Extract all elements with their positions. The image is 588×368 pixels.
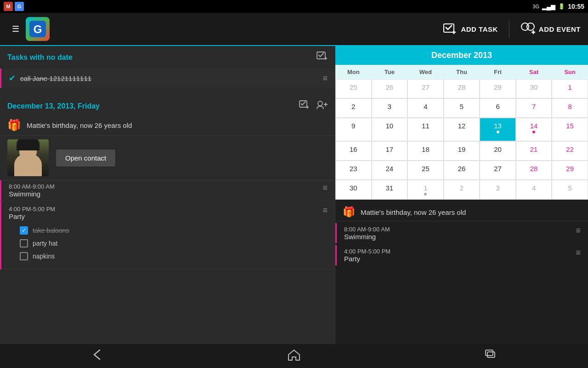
napkins-checkbox[interactable] xyxy=(20,252,28,260)
cal-cell[interactable]: 20 xyxy=(480,141,516,161)
cal-cell[interactable]: 1 xyxy=(552,79,588,98)
cal-cell[interactable]: 22 xyxy=(552,141,588,161)
svg-rect-18 xyxy=(486,350,493,356)
cal-cell[interactable]: 17 xyxy=(372,141,408,161)
cal-cell[interactable]: 25 xyxy=(407,161,444,180)
gmail-icon: M xyxy=(4,2,13,11)
svg-point-6 xyxy=(527,23,534,30)
hat-checkbox[interactable] xyxy=(20,239,28,247)
party-menu-icon[interactable]: ≡ xyxy=(322,206,328,215)
cal-cell[interactable]: 27 xyxy=(480,161,516,180)
cal-cell[interactable]: 28 xyxy=(516,161,552,180)
add-task-button[interactable]: ADD TASK xyxy=(442,22,498,36)
cal-cell-today[interactable]: 13 xyxy=(480,118,516,141)
cal-cell[interactable]: 21 xyxy=(516,141,552,161)
cal-cell[interactable]: 9 xyxy=(335,118,372,141)
cal-header-wed: Wed xyxy=(407,65,444,79)
cal-cell[interactable]: 16 xyxy=(335,141,372,161)
cal-cell[interactable]: 18 xyxy=(407,141,444,161)
cal-cell[interactable]: 4 xyxy=(407,98,444,118)
cal-swimming-event[interactable]: 8:00 AM-9:00 AM Swimming ≡ xyxy=(335,223,588,243)
cal-cell[interactable]: 30 xyxy=(516,79,552,98)
add-event-button[interactable]: ADD EVENT xyxy=(520,22,581,36)
party-event-info: 4:00 PM-5:00 PM Party xyxy=(9,206,55,220)
add-contact-icon[interactable] xyxy=(317,100,328,112)
cal-cell[interactable]: 23 xyxy=(335,161,372,180)
add-task-label: ADD TASK xyxy=(461,25,498,33)
cal-cell[interactable]: 15 xyxy=(552,118,588,141)
cal-cell[interactable]: 31 xyxy=(372,180,408,200)
cal-cell[interactable]: 24 xyxy=(372,161,408,180)
party-task-hat[interactable]: party hat xyxy=(20,237,328,250)
cal-cell[interactable]: 19 xyxy=(444,141,480,161)
home-button[interactable] xyxy=(287,348,301,364)
cal-cell[interactable]: 26 xyxy=(444,161,480,180)
cal-cell[interactable]: 6 xyxy=(480,98,516,118)
cal-cell[interactable]: 30 xyxy=(335,180,372,200)
cal-cell[interactable]: 11 xyxy=(407,118,444,141)
task-item[interactable]: ✔ call Jane 12121111111 ≡ xyxy=(0,69,335,88)
party-time: 4:00 PM-5:00 PM xyxy=(9,206,55,213)
calendar-header: December 2013 xyxy=(335,46,588,65)
cal-swimming-menu-icon[interactable]: ≡ xyxy=(576,226,581,236)
cal-party-menu-icon[interactable]: ≡ xyxy=(576,248,581,258)
cal-cell[interactable]: 28 xyxy=(444,79,480,98)
cal-cell[interactable]: 5 xyxy=(552,180,588,200)
cal-header-tue: Tue xyxy=(372,65,408,79)
cal-cell[interactable]: 12 xyxy=(444,118,480,141)
cal-gift-icon: 🎁 xyxy=(343,206,355,218)
app-bar-left: ☰ G xyxy=(7,17,50,41)
no-date-section-header: Tasks with no date xyxy=(0,46,335,69)
cal-party-event[interactable]: 4:00 PM-5:00 PM Party ≡ xyxy=(335,245,588,265)
cal-header-fri: Fri xyxy=(480,65,516,79)
balloons-checkbox[interactable]: ✓ xyxy=(20,226,28,235)
contact-photo xyxy=(7,139,49,176)
task-menu-icon[interactable]: ≡ xyxy=(322,74,328,83)
cal-cell[interactable]: 1 xyxy=(407,180,444,200)
swimming-time: 8:00 AM-9:00 AM xyxy=(9,183,322,190)
cal-cell[interactable]: 7 xyxy=(516,98,552,118)
add-task-icon xyxy=(442,22,457,36)
cal-cell[interactable]: 5 xyxy=(444,98,480,118)
swimming-event[interactable]: 8:00 AM-9:00 AM Swimming ≡ xyxy=(0,180,335,201)
open-contact-button[interactable]: Open contact xyxy=(56,150,115,167)
cal-cell[interactable]: 2 xyxy=(444,180,480,200)
party-task-balloons[interactable]: ✓ take baloons xyxy=(20,224,328,237)
swimming-menu-icon[interactable]: ≡ xyxy=(322,183,328,193)
cal-swimming-info: 8:00 AM-9:00 AM Swimming xyxy=(344,226,390,241)
party-task-napkins[interactable]: napkins xyxy=(20,250,328,263)
cal-cell[interactable]: 2 xyxy=(335,98,372,118)
google-icon: G xyxy=(15,2,24,11)
cal-cell[interactable]: 3 xyxy=(480,180,516,200)
left-panel: Tasks with no date ✔ call Jane 121211111… xyxy=(0,46,335,344)
swimming-event-info: 8:00 AM-9:00 AM Swimming xyxy=(9,183,322,198)
cal-cell[interactable]: 4 xyxy=(516,180,552,200)
app-bar: ☰ G ADD TASK xyxy=(0,13,588,46)
signal-bars-icon: ▂▄▆ xyxy=(542,3,555,10)
cal-cell[interactable]: 3 xyxy=(372,98,408,118)
cal-cell[interactable]: 29 xyxy=(480,79,516,98)
cal-cell[interactable]: 26 xyxy=(372,79,408,98)
add-task-section-icon[interactable] xyxy=(317,51,328,64)
date-title: December 13, 2013, Friday xyxy=(7,102,100,110)
cal-cell[interactable]: 29 xyxy=(552,161,588,180)
cal-cell[interactable]: 27 xyxy=(407,79,444,98)
recents-button[interactable] xyxy=(483,348,498,364)
calendar-grid: Mon Tue Wed Thu Fri Sat Sun 25 26 27 28 … xyxy=(335,65,588,200)
birthday-event-text: Mattie's birthday, now 26 years old xyxy=(27,121,132,129)
party-header: 4:00 PM-5:00 PM Party ≡ xyxy=(1,204,335,222)
cal-birthday-text: Mattie's birthday, now 26 years old xyxy=(361,208,466,216)
cal-cell[interactable]: 25 xyxy=(335,79,372,98)
hat-text: party hat xyxy=(33,240,57,247)
back-button[interactable] xyxy=(90,348,105,364)
cal-cell[interactable]: 14 xyxy=(516,118,552,141)
swimming-name: Swimming xyxy=(9,190,322,198)
status-right: 3G ▂▄▆ 🔋 10:55 xyxy=(532,3,584,10)
toolbar-divider xyxy=(509,20,509,38)
task-text: call Jane 12121111111 xyxy=(20,75,322,82)
status-bar: M G 3G ▂▄▆ 🔋 10:55 xyxy=(0,0,588,13)
cal-cell[interactable]: 10 xyxy=(372,118,408,141)
add-task-date-icon[interactable] xyxy=(299,100,309,112)
svg-rect-19 xyxy=(487,352,495,357)
cal-cell[interactable]: 8 xyxy=(552,98,588,118)
